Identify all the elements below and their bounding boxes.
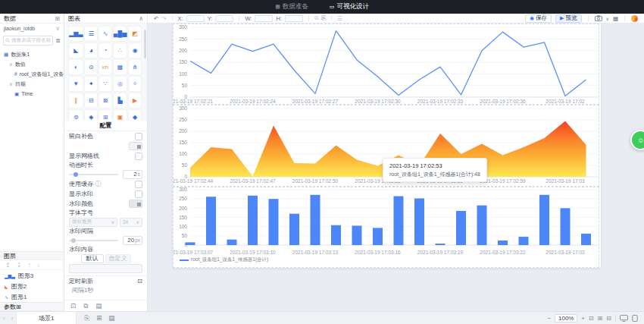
fit-selection-icon[interactable]: ⊡ [589,315,594,322]
rose-chart-icon[interactable]: ◉ [129,43,141,58]
flow-map-icon[interactable]: ▶ [129,93,141,108]
bar-chart-component[interactable]: 0501001502002503002021-03-19 17:03:07202… [173,187,599,268]
move-to-top-icon[interactable]: ↥ [5,262,11,269]
watermark-custom-button[interactable]: 自定义 [105,254,131,263]
design-canvas[interactable]: 0501001502002503002021-03-19 17:02:21202… [173,24,601,268]
tree-chart-icon[interactable]: ⋔ [129,60,141,74]
watermark-default-button[interactable]: 默认 [81,254,104,263]
undo-icon[interactable]: ↶ [154,15,158,22]
tree-item[interactable]: ▦数据集1 [0,49,64,59]
fit-width-icon[interactable]: ⊞ [598,315,603,322]
scrollbar-thumb[interactable] [144,30,146,58]
watermark-gap-slider[interactable] [69,240,118,241]
align-icon[interactable]: ☰ [337,15,342,22]
tab-data-preparation[interactable]: ▦ 数据准备 [275,2,308,11]
kpi-card-icon[interactable]: KPI [99,60,111,74]
funnel-chart-icon[interactable]: ▼ [69,77,83,91]
zoom-out-icon[interactable]: − [548,315,552,322]
mobile-view-icon[interactable] [632,315,638,322]
blank-fill-color-swatch[interactable] [129,142,142,150]
combo-chart-icon[interactable]: ◩ [129,27,141,41]
scene-prev-icon[interactable]: ‹ [0,315,8,322]
box-plot-icon[interactable]: ⊟ [85,93,97,108]
group-icon[interactable]: ⧉ [314,14,318,22]
chevron-down-icon[interactable]: ∨ [606,16,609,21]
refresh-settings-icon[interactable]: ⊡ [137,278,142,285]
target-chart-icon[interactable]: ◎ [114,77,127,91]
move-to-bottom-icon[interactable]: ↧ [17,262,22,269]
scene-template-icon[interactable]: ▤ [108,314,114,322]
board-icon[interactable]: ▦ [613,15,618,22]
tree-item[interactable]: #root_设备组1_设备... [0,69,64,79]
radar-chart-icon[interactable]: ✧ [129,77,141,91]
layer-item[interactable]: ▂▆▃图形3 [0,270,64,281]
candlestick-chart-icon[interactable]: ⊠ [99,93,111,108]
use-cache-checkbox[interactable] [135,181,142,188]
line-chart-component[interactable]: 0501001502002503002021-03-19 17:02:21202… [173,24,599,105]
pie-chart-icon[interactable]: ◕ [85,43,97,58]
watermark-content-input[interactable] [69,264,142,273]
scatter-chart-icon[interactable]: ∴ [114,43,127,58]
layer-item[interactable]: ◣图形2 [0,281,64,291]
layout-widget-icon[interactable]: ⊞ [99,110,111,121]
chart-legend[interactable]: root_设备组1_设备1_传感器1(合计) [180,256,268,263]
gauge-chart-icon[interactable]: ⊙ [85,60,97,74]
add-scene-icon[interactable]: ⊞ [96,314,102,322]
design-canvas-area[interactable]: 0501001502002503002021-03-19 17:02:21202… [148,24,644,311]
media-widget-icon[interactable]: ▣ [114,110,127,121]
preview-button[interactable]: ▶预览 [555,14,581,23]
anim-duration-slider[interactable] [69,174,118,175]
show-watermark-checkbox[interactable] [135,190,142,198]
layer-item[interactable]: ∿图形1 [0,291,64,302]
config-tab[interactable]: 配置 [100,121,112,130]
donut-chart-icon[interactable]: ◔ [99,43,111,58]
waterfall-chart-icon[interactable]: ▙ [114,93,127,108]
search-input[interactable]: 搜索表或字段名称 [3,36,53,46]
move-down-icon[interactable]: ↓ [36,262,39,269]
progress-ring-icon[interactable]: ◐ [69,60,83,74]
blank-fill-checkbox[interactable] [135,133,142,140]
copy-scene-icon[interactable]: ⎘ [84,314,89,322]
collapse-icon[interactable]: ∧ [139,15,143,22]
user-avatar[interactable] [631,15,638,22]
desktop-view-icon[interactable] [620,315,628,322]
relation-graph-icon[interactable]: ✦ [85,77,97,91]
cube-3d-icon[interactable]: ◆ [129,110,141,121]
bubble-chart-icon[interactable]: ∵ [99,77,111,91]
column-chart-icon[interactable]: ▄█▅ [114,27,127,41]
world-map-chart-icon[interactable]: ◈ [85,110,97,121]
horizontal-bar-chart-icon[interactable]: ☰ [85,27,97,41]
interval-chart-icon[interactable]: ∥ [69,93,83,108]
width-input[interactable] [255,15,273,22]
zoom-in-icon[interactable]: + [581,315,585,322]
table-card-icon[interactable]: ▦ [114,60,127,74]
map-pin-chart-icon[interactable]: ⊚ [69,110,83,121]
field-filter-icon[interactable]: ≣ [55,37,61,44]
y-coord-input[interactable] [215,15,233,22]
watermark-gap-input[interactable]: 20px [123,236,142,245]
fit-screen-icon[interactable]: ⊟ [606,315,611,322]
move-up-icon[interactable]: ↑ [27,262,30,269]
add-param-icon[interactable]: ⊞ [16,304,21,310]
scene-tab[interactable]: 场景1 [16,312,77,324]
datasource-select[interactable]: jiaokun_iotdb ∨ [0,24,64,33]
save-button[interactable]: ◉保存 [525,14,552,23]
tree-item[interactable]: ∨日期 [0,79,64,89]
font-family-select[interactable]: 微软雅黑∨ [69,218,117,227]
show-grid-checkbox[interactable] [135,153,142,160]
add-dataset-icon[interactable]: ⊞ [55,15,60,22]
tree-item[interactable]: ∨数值 [0,59,64,69]
camera-icon[interactable] [595,15,602,21]
area-chart-icon[interactable]: ◣ [69,43,83,58]
tree-item[interactable]: ▣Time [0,89,64,99]
height-input[interactable] [285,15,303,22]
line-chart-icon[interactable]: ∿ [99,27,111,41]
bar-chart-icon[interactable]: ▂▆▃ [69,27,83,41]
font-size-select[interactable]: 24∨ [120,218,142,227]
anim-duration-input[interactable]: 2s [123,170,142,179]
export-icon[interactable]: ▤ [95,302,102,310]
watermark-color-swatch[interactable] [129,200,142,208]
template-icon[interactable]: ⊡ [70,302,76,310]
tab-visual-design[interactable]: ▭ 可视化设计 [330,2,369,11]
x-coord-input[interactable] [186,15,205,22]
